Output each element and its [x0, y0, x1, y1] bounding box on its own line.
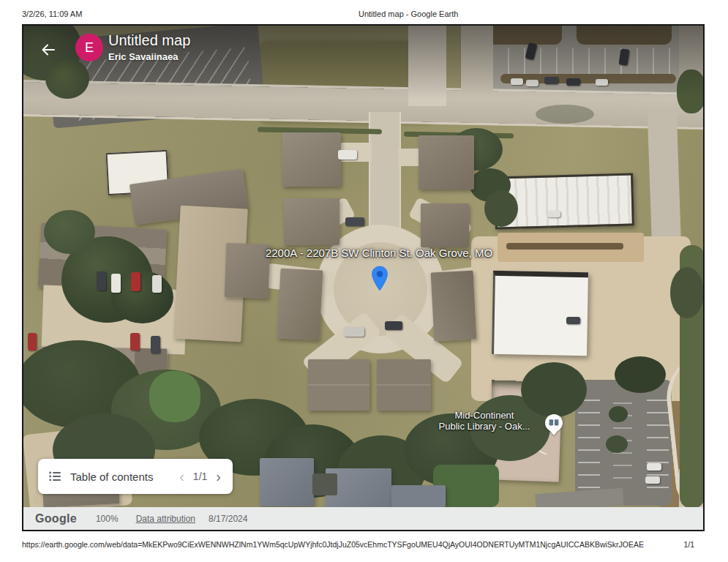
car — [647, 463, 661, 471]
car — [131, 272, 140, 291]
car — [151, 336, 160, 353]
car — [111, 274, 121, 293]
print-preview-page: 3/2/26, 11:09 AM Untitled map - Google E… — [0, 0, 728, 562]
avatar[interactable]: E — [75, 34, 103, 61]
house-roof — [431, 271, 477, 342]
bush — [609, 406, 628, 422]
road — [648, 111, 682, 251]
car — [97, 271, 106, 291]
house-roof — [391, 485, 446, 507]
car — [645, 476, 660, 484]
house-roof — [308, 359, 369, 411]
tree — [670, 267, 703, 318]
zoom-level: 100% — [96, 514, 119, 524]
print-footer-url: https://earth.google.com/web/data=MkEKPw… — [22, 540, 644, 549]
car — [152, 275, 162, 293]
landscape-island — [481, 26, 562, 45]
car — [28, 333, 37, 351]
toc-label: Table of contents — [70, 471, 153, 483]
map-owner: Eric Savaiinaea — [108, 51, 178, 62]
google-earth-viewport: E Untitled map Eric Savaiinaea 2200A - 2… — [22, 24, 705, 531]
list-icon — [48, 470, 61, 483]
print-datetime: 3/2/26, 11:09 AM — [22, 10, 82, 18]
tree-shadow — [536, 105, 594, 124]
pin-icon — [371, 266, 389, 292]
landscape-island — [577, 26, 672, 45]
tree — [45, 59, 89, 99]
car — [596, 79, 608, 86]
google-logo: Google — [35, 512, 77, 525]
car — [566, 317, 580, 324]
poi-label-library[interactable]: Mid-Continent Public Library - Oak... — [411, 410, 558, 432]
car — [566, 78, 580, 86]
poi-label-line2: Public Library - Oak... — [411, 421, 558, 432]
table-of-contents-panel[interactable]: Table of contents ‹ 1/1 › — [38, 459, 233, 494]
tree — [677, 70, 703, 113]
shed-roof — [312, 473, 337, 495]
print-document-title: Untitled map - Google Earth — [359, 10, 458, 18]
sidewalk — [408, 26, 446, 106]
car — [344, 327, 364, 337]
house-roof — [419, 135, 474, 190]
car — [544, 77, 558, 84]
placemark-label: 2200A - 2207B SW Clinton St. Oak Grove, … — [196, 247, 562, 259]
house-roof — [282, 132, 341, 187]
toc-next-button[interactable]: › — [214, 469, 222, 484]
tree — [44, 210, 95, 254]
car — [511, 78, 523, 85]
print-footer-page-number: 1/1 — [683, 540, 694, 549]
car — [385, 321, 402, 330]
imagery-date: 8/17/2024 — [209, 514, 247, 524]
avatar-letter: E — [85, 40, 94, 56]
map-title: Untitled map — [108, 32, 190, 49]
car — [345, 217, 364, 226]
back-button[interactable] — [38, 40, 59, 61]
tree — [484, 190, 518, 227]
toc-page-indicator: 1/1 — [193, 471, 207, 482]
driveway — [461, 26, 493, 99]
bush — [606, 435, 628, 453]
house-roof — [421, 203, 469, 247]
building-roof — [492, 271, 588, 356]
house-roof — [260, 458, 314, 506]
grass-patch — [149, 371, 200, 422]
parking-stripes — [578, 389, 600, 498]
placemark-pin[interactable] — [371, 266, 389, 292]
house-roof — [377, 359, 431, 411]
tree — [615, 356, 666, 393]
house-roof — [277, 269, 323, 341]
car — [526, 80, 539, 86]
library-poi-icon[interactable] — [544, 413, 563, 436]
toc-pagination: ‹ 1/1 › — [178, 469, 222, 484]
attribution-bar: Google 100% Data attribution 8/17/2024 — [23, 507, 703, 530]
toc-prev-button[interactable]: ‹ — [178, 469, 186, 484]
data-attribution-link[interactable]: Data attribution — [136, 514, 195, 524]
tree — [521, 362, 587, 417]
poi-label-line1: Mid-Continent — [411, 410, 558, 421]
car — [547, 211, 560, 217]
car — [130, 333, 140, 351]
car — [338, 150, 357, 160]
library-book-icon — [544, 413, 563, 436]
satellite-imagery[interactable] — [23, 26, 703, 507]
back-arrow-icon — [40, 41, 57, 59]
house-roof — [284, 198, 339, 245]
parking-stripes — [477, 48, 682, 74]
